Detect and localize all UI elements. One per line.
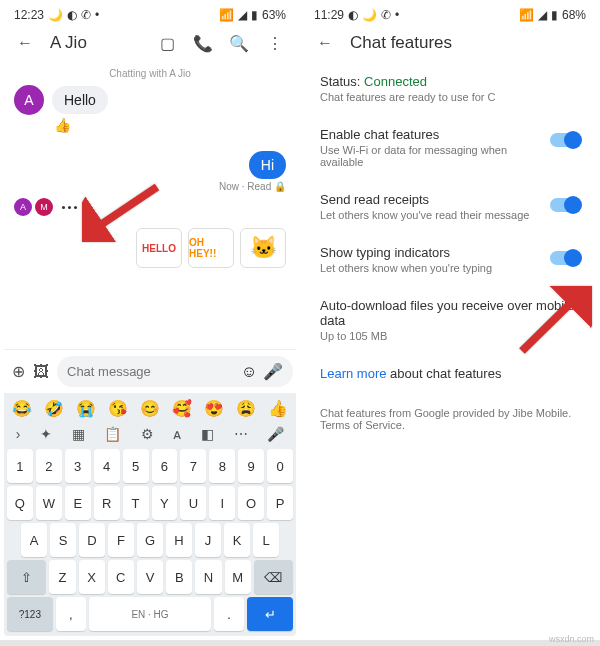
key[interactable]: V [137,560,163,594]
emoji[interactable]: 👍 [268,399,288,418]
emoji[interactable]: 😩 [236,399,256,418]
key[interactable]: S [50,523,76,557]
key[interactable]: 8 [209,449,235,483]
key[interactable]: T [123,486,149,520]
clock-time: 12:23 [14,8,44,22]
sticker[interactable]: 🐱 [240,228,286,268]
gallery-icon[interactable]: 🖼 [33,361,49,383]
key[interactable]: H [166,523,192,557]
key[interactable]: R [94,486,120,520]
emoji[interactable]: 😍 [204,399,224,418]
add-attachment-icon[interactable]: ⊕ [12,361,25,383]
sticker[interactable]: HELLO [136,228,182,268]
key[interactable]: 1 [7,449,33,483]
key[interactable]: P [267,486,293,520]
key[interactable]: Z [49,560,75,594]
period-key[interactable]: . [214,597,244,631]
setting-sub: Let others know you've read their messag… [320,209,542,221]
call-icon[interactable]: 📞 [192,32,214,54]
key[interactable]: K [224,523,250,557]
key[interactable]: G [137,523,163,557]
mic-keyboard-icon[interactable]: 🎤 [267,426,284,442]
spacebar-key[interactable]: EN · HG [89,597,211,631]
setting-enable-chat[interactable]: Enable chat features Use Wi-Fi or data f… [320,115,580,180]
setting-read-receipts[interactable]: Send read receipts Let others know you'v… [320,180,580,233]
sticker-icon[interactable]: ✦ [40,426,52,442]
message-text-field[interactable] [67,364,235,379]
chat-header: ← A Jio ▢ 📞 🔍 ⋮ [4,24,296,62]
key[interactable]: 3 [65,449,91,483]
avatar[interactable]: A [14,85,44,115]
key[interactable]: O [238,486,264,520]
shift-key[interactable]: ⇧ [7,560,46,594]
battery-icon: ▮ [251,8,258,22]
emoji[interactable]: 😘 [108,399,128,418]
emoji[interactable]: 😊 [140,399,160,418]
sticker-suggestions: HELLO OH HEY!! 🐱 [14,228,286,268]
emoji[interactable]: 😭 [76,399,96,418]
comma-key[interactable]: , [56,597,86,631]
video-call-icon[interactable]: ▢ [156,32,178,54]
key[interactable]: Y [152,486,178,520]
watermark: wsxdn.com [549,634,594,644]
key[interactable]: A [21,523,47,557]
toggle-switch[interactable] [550,198,580,212]
backspace-key[interactable]: ⌫ [254,560,293,594]
key[interactable]: 5 [123,449,149,483]
setting-typing-indicators[interactable]: Show typing indicators Let others know w… [320,233,580,286]
key[interactable]: X [79,560,105,594]
key[interactable]: 6 [152,449,178,483]
chevron-icon[interactable]: › [16,426,21,442]
key[interactable]: E [65,486,91,520]
more-menu-icon[interactable]: ⋮ [264,32,286,54]
key[interactable]: L [253,523,279,557]
key[interactable]: 0 [267,449,293,483]
enter-key[interactable]: ↵ [247,597,293,631]
sticker[interactable]: OH HEY!! [188,228,234,268]
moon-icon: 🌙 [362,8,377,22]
toggle-switch[interactable] [550,251,580,265]
learn-more-link[interactable]: Learn more [320,366,386,381]
key[interactable]: B [166,560,192,594]
key-row-bottom: ?123 , EN · HG . ↵ [7,597,293,631]
symbols-key[interactable]: ?123 [7,597,53,631]
outgoing-message-row: Hi [14,151,286,179]
emoji[interactable]: 🥰 [172,399,192,418]
clipboard-icon[interactable]: 📋 [104,426,121,442]
reaction-emoji[interactable]: 👍 [54,117,286,133]
incoming-bubble[interactable]: Hello [52,86,108,114]
emoji[interactable]: 😂 [12,399,32,418]
back-icon[interactable]: ← [14,32,36,54]
outgoing-bubble[interactable]: Hi [249,151,286,179]
theme-icon[interactable]: ◧ [201,426,214,442]
key[interactable]: 2 [36,449,62,483]
key[interactable]: M [225,560,251,594]
key[interactable]: Q [7,486,33,520]
key[interactable]: N [195,560,221,594]
key[interactable]: D [79,523,105,557]
settings-icon[interactable]: ⚙ [141,426,154,442]
gif-icon[interactable]: ▦ [72,426,85,442]
key[interactable]: 4 [94,449,120,483]
key[interactable]: 9 [238,449,264,483]
key[interactable]: 7 [180,449,206,483]
setting-auto-download[interactable]: Auto-download files you receive over mob… [320,286,580,354]
search-icon[interactable]: 🔍 [228,32,250,54]
key[interactable]: F [108,523,134,557]
key[interactable]: I [209,486,235,520]
key[interactable]: J [195,523,221,557]
back-icon[interactable]: ← [314,32,336,54]
toggle-switch[interactable] [550,133,580,147]
key[interactable]: U [180,486,206,520]
key[interactable]: W [36,486,62,520]
emoji-picker-icon[interactable]: ☺ [241,363,257,381]
more-tools-icon[interactable]: ⋯ [234,426,248,442]
more-icon: • [395,8,399,22]
key[interactable]: C [108,560,134,594]
emoji[interactable]: 🤣 [44,399,64,418]
typing-dots-icon [62,206,77,209]
mic-icon[interactable]: 🎤 [263,362,283,381]
key-row-nums: 1234567890 [7,449,293,483]
message-input[interactable]: ☺ 🎤 [57,356,293,387]
translate-icon[interactable]: ᴀ [173,426,181,442]
